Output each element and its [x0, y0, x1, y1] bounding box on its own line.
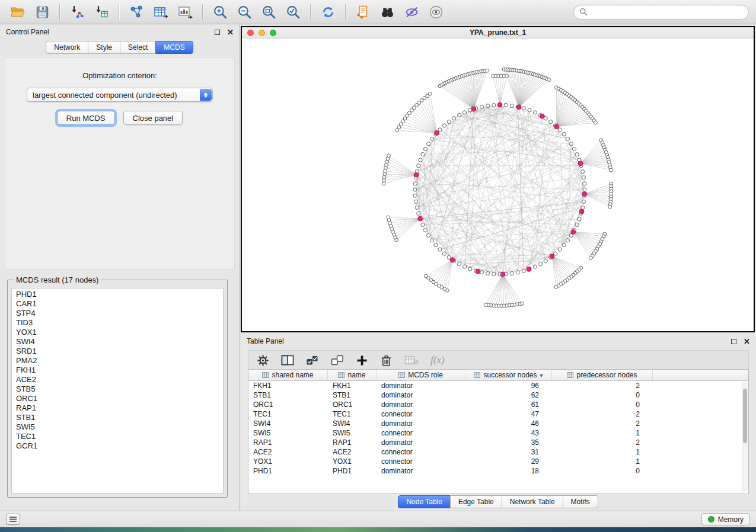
export-network-button[interactable]	[126, 2, 147, 21]
network-node[interactable]	[417, 211, 420, 215]
network-node[interactable]	[575, 153, 579, 156]
zoom-selected-button[interactable]	[282, 2, 304, 21]
table-row[interactable]: TEC1 TEC1 connector 47 2	[248, 409, 748, 419]
network-node[interactable]	[427, 233, 430, 237]
column-header-name[interactable]: name	[328, 370, 377, 380]
delete-column-button[interactable]	[380, 352, 393, 368]
network-node[interactable]	[417, 164, 420, 168]
network-node[interactable]	[510, 104, 513, 107]
export-table-button[interactable]	[150, 2, 171, 21]
table-row[interactable]: STB1 STB1 dominator 62 0	[248, 390, 748, 400]
network-node[interactable]	[429, 92, 432, 95]
network-node[interactable]	[589, 257, 592, 260]
network-dominator-node[interactable]	[500, 272, 505, 277]
network-node[interactable]	[442, 124, 446, 127]
network-node[interactable]	[522, 107, 525, 110]
network-dominator-node[interactable]	[578, 161, 583, 166]
network-node[interactable]	[486, 104, 490, 107]
network-node[interactable]	[572, 147, 576, 150]
network-node[interactable]	[468, 267, 472, 271]
network-node[interactable]	[566, 239, 569, 242]
network-node[interactable]	[387, 154, 391, 158]
close-window-icon[interactable]	[247, 30, 254, 36]
network-dominator-node[interactable]	[579, 209, 584, 214]
network-dominator-node[interactable]	[450, 258, 455, 262]
network-node[interactable]	[528, 108, 531, 112]
mcds-result-item[interactable]: FKH1	[12, 366, 223, 375]
zoom-in-button[interactable]	[209, 2, 231, 21]
tab-network[interactable]: Network	[46, 41, 88, 54]
network-node[interactable]	[581, 170, 585, 174]
network-node[interactable]	[575, 223, 579, 226]
table-row[interactable]: YOX1 YOX1 connector 29 1	[248, 457, 748, 466]
network-dominator-node[interactable]	[540, 114, 545, 118]
refresh-button[interactable]	[317, 2, 339, 21]
mcds-result-item[interactable]: SRD1	[12, 347, 223, 356]
network-node[interactable]	[387, 216, 390, 219]
tab-select[interactable]: Select	[120, 41, 156, 54]
network-node[interactable]	[423, 228, 427, 232]
export-image-button[interactable]	[174, 2, 196, 21]
memory-button[interactable]: Memory	[701, 513, 750, 525]
optimization-criterion-dropdown[interactable]: largest connected component (undirected)	[27, 88, 213, 102]
network-dominator-node[interactable]	[471, 107, 476, 111]
network-node[interactable]	[486, 271, 490, 275]
column-header-successor-nodes[interactable]: successor nodes ▾	[465, 370, 552, 380]
network-node[interactable]	[480, 105, 484, 108]
network-node[interactable]	[421, 153, 425, 156]
network-node[interactable]	[554, 286, 558, 289]
tab-network-table[interactable]: Network Table	[502, 495, 563, 508]
scrollbar-thumb[interactable]	[743, 389, 747, 443]
mcds-result-item[interactable]: SWI4	[12, 337, 223, 347]
network-node[interactable]	[424, 274, 428, 278]
find-button[interactable]	[377, 2, 398, 21]
mcds-result-item[interactable]: STP4	[12, 309, 223, 318]
network-node[interactable]	[413, 194, 417, 197]
mcds-result-item[interactable]: RAP1	[12, 403, 223, 413]
network-node[interactable]	[533, 111, 537, 114]
network-node[interactable]	[549, 120, 553, 123]
mcds-result-item[interactable]: PMA2	[12, 356, 223, 366]
network-node[interactable]	[566, 137, 569, 140]
network-dominator-node[interactable]	[414, 172, 419, 177]
network-node[interactable]	[504, 103, 508, 107]
network-node[interactable]	[581, 206, 585, 209]
mcds-result-item[interactable]: STB5	[12, 384, 223, 394]
network-node[interactable]	[505, 75, 509, 78]
network-node[interactable]	[486, 69, 489, 72]
tab-mcds[interactable]: MCDS	[155, 41, 193, 54]
network-node[interactable]	[562, 132, 566, 136]
network-node[interactable]	[569, 142, 573, 146]
tab-edge-table[interactable]: Edge Table	[450, 495, 502, 508]
network-dominator-node[interactable]	[571, 230, 576, 235]
mcds-result-item[interactable]: TEC1	[12, 432, 223, 441]
network-node[interactable]	[583, 182, 586, 185]
import-network-button[interactable]	[66, 2, 88, 21]
network-node[interactable]	[463, 111, 467, 114]
add-column-button[interactable]	[356, 352, 368, 368]
network-node[interactable]	[421, 223, 425, 226]
show-columns-button[interactable]	[281, 352, 294, 368]
table-row[interactable]: SWI5 SWI5 connector 43 1	[248, 428, 748, 438]
network-node[interactable]	[457, 262, 461, 265]
mcds-result-item[interactable]: CAR1	[12, 299, 223, 309]
clone-network-button[interactable]	[352, 2, 374, 21]
network-dominator-node[interactable]	[516, 105, 521, 110]
mcds-result-item[interactable]: SWI5	[12, 422, 223, 432]
table-row[interactable]: PHD1 PHD1 dominator 18 0	[248, 466, 748, 476]
network-node[interactable]	[452, 117, 456, 120]
column-header-mcds-role[interactable]: MCDS role	[377, 370, 465, 380]
table-vertical-scrollbar[interactable]	[742, 382, 748, 492]
network-node[interactable]	[544, 259, 547, 262]
network-node[interactable]	[583, 188, 586, 191]
network-node[interactable]	[423, 147, 427, 150]
search-input[interactable]	[591, 8, 743, 16]
tab-node-table[interactable]: Node Table	[398, 495, 451, 508]
float-table-panel-icon[interactable]	[731, 339, 736, 344]
mcds-result-item[interactable]: STB1	[12, 413, 223, 422]
network-node[interactable]	[413, 188, 417, 191]
save-session-button[interactable]	[31, 2, 53, 21]
network-node[interactable]	[533, 265, 537, 268]
network-dominator-node[interactable]	[476, 269, 480, 274]
network-window-titlebar[interactable]: YPA_prune.txt_1	[242, 27, 754, 39]
